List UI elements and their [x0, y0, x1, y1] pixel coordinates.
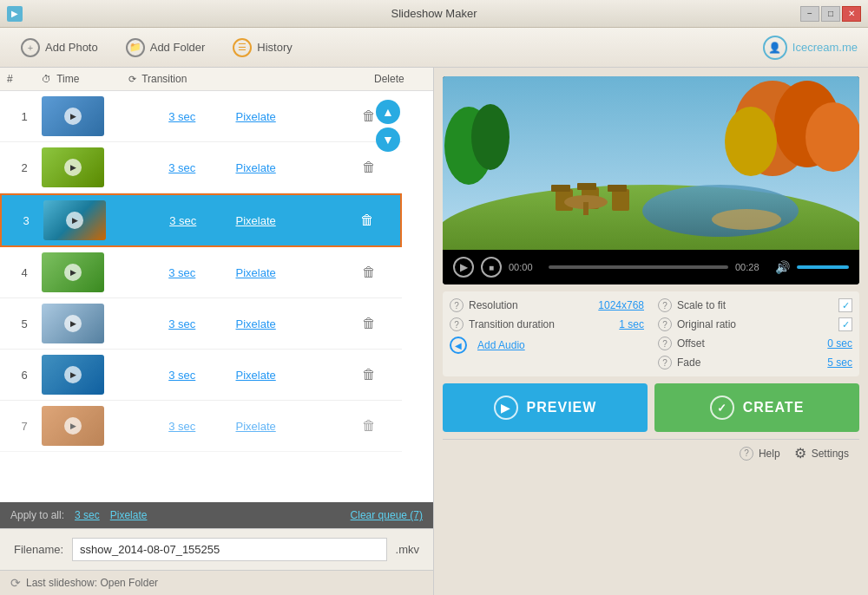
ratio-checkbox[interactable]: ✓	[838, 317, 852, 331]
slide-time[interactable]: 3 sec	[128, 369, 236, 382]
settings-button[interactable]: ⚙ Settings	[794, 445, 849, 461]
transition-dur-help-icon[interactable]: ?	[450, 317, 464, 331]
create-button[interactable]: ✓ CREATE	[654, 383, 859, 432]
slide-transition[interactable]: Pixelate	[236, 110, 344, 123]
brand-icon: 👤	[763, 36, 787, 60]
slide-item-selected[interactable]: 3 ▶ 3 sec Pixelate 🗑	[0, 193, 402, 247]
delete-slide-button[interactable]: 🗑	[341, 212, 393, 228]
slide-time[interactable]: 3 sec	[128, 161, 236, 174]
right-panel: ▶ ■ 00:00 00:28 🔊 ? Resolution 1024x768	[434, 68, 868, 595]
play-button[interactable]: ▶	[453, 257, 474, 278]
offset-help-icon[interactable]: ?	[658, 337, 672, 350]
transition-dur-label: Transition duration	[469, 318, 555, 330]
brand-label: Icecream.me	[792, 41, 858, 54]
add-photo-button[interactable]: + Add Photo	[10, 35, 108, 61]
settings-gear-icon: ⚙	[794, 445, 806, 461]
slide-item[interactable]: 7 ▶ 3 sec Pixelate 🗑	[0, 401, 402, 452]
move-down-button[interactable]: ▼	[376, 128, 400, 152]
history-button[interactable]: ☰ History	[222, 35, 302, 61]
delete-slide-button[interactable]: 🗑	[343, 367, 395, 382]
slide-item[interactable]: 2 ▶ 3 sec Pixelate 🗑	[0, 142, 402, 193]
scale-help-icon[interactable]: ?	[658, 298, 672, 312]
fade-help-icon[interactable]: ?	[658, 356, 672, 369]
scene-svg	[443, 76, 859, 250]
close-button[interactable]: ✕	[842, 6, 861, 22]
slide-number: 4	[7, 266, 42, 279]
preview-button[interactable]: ▶ PREVIEW	[443, 383, 648, 432]
progress-bar[interactable]	[549, 265, 728, 269]
offset-value[interactable]: 0 sec	[827, 337, 852, 350]
slide-time[interactable]: 3 sec	[128, 110, 236, 123]
slide-time[interactable]: 3 sec	[128, 420, 236, 433]
slide-number: 3	[9, 214, 43, 227]
history-icon: ☰	[233, 38, 252, 57]
svg-rect-12	[551, 185, 570, 192]
apply-time[interactable]: 3 sec	[75, 509, 100, 521]
stop-button[interactable]: ■	[481, 257, 502, 278]
action-buttons: ▶ PREVIEW ✓ CREATE	[443, 383, 859, 432]
fade-value[interactable]: 5 sec	[827, 356, 852, 369]
filename-bar: Filename: .mkv	[0, 528, 433, 570]
slide-item[interactable]: 5 ▶ 3 sec Pixelate 🗑	[0, 298, 402, 350]
svg-rect-15	[612, 189, 629, 211]
resolution-value[interactable]: 1024x768	[598, 299, 644, 311]
play-icon: ▶	[64, 264, 82, 281]
ratio-row: ? Original ratio ✓	[658, 317, 852, 331]
slide-thumbnail: ▶	[43, 200, 106, 240]
transition-dur-value[interactable]: 1 sec	[619, 318, 644, 330]
slide-time[interactable]: 3 sec	[130, 214, 236, 227]
slide-transition[interactable]: Pixelate	[236, 214, 342, 227]
apply-transition[interactable]: Pixelate	[110, 509, 148, 521]
status-icon: ⟳	[10, 576, 21, 590]
slide-item[interactable]: 1 ▶ 3 sec Pixelate 🗑	[0, 91, 402, 142]
apply-to-all-bar: Apply to all: 3 sec Pixelate Clear queue…	[0, 502, 433, 528]
slide-time[interactable]: 3 sec	[128, 317, 236, 330]
move-up-button[interactable]: ▲	[376, 100, 400, 124]
app-icon: ▶	[7, 6, 23, 22]
minimize-button[interactable]: −	[800, 6, 819, 22]
resolution-help-icon[interactable]: ?	[450, 298, 464, 312]
play-icon: ▶	[66, 212, 83, 229]
slide-thumbnail: ▶	[42, 252, 104, 292]
nav-arrows: ▲ ▼	[376, 100, 400, 152]
slide-time[interactable]: 3 sec	[128, 266, 236, 279]
slide-transition[interactable]: Pixelate	[236, 266, 344, 279]
volume-bar[interactable]	[797, 265, 849, 269]
col-num: #	[7, 73, 42, 85]
ratio-help-icon[interactable]: ?	[658, 317, 672, 331]
delete-slide-button[interactable]: 🗑	[343, 265, 395, 280]
delete-slide-button[interactable]: 🗑	[343, 160, 395, 175]
offset-label: Offset	[677, 337, 705, 350]
titlebar: ▶ Slideshow Maker − □ ✕	[0, 0, 868, 28]
offset-row: ? Offset 0 sec	[658, 337, 852, 350]
slide-item[interactable]: 4 ▶ 3 sec Pixelate 🗑	[0, 247, 402, 298]
slide-number: 2	[7, 161, 42, 174]
add-folder-button[interactable]: 📁 Add Folder	[115, 35, 216, 61]
help-button[interactable]: ? Help	[740, 447, 780, 461]
right-settings: ? Scale to fit ✓ ? Original ratio ✓ ? Of…	[658, 298, 852, 369]
slide-transition[interactable]: Pixelate	[236, 369, 344, 382]
scale-label: Scale to fit	[677, 299, 726, 311]
slide-transition[interactable]: Pixelate	[236, 161, 344, 174]
delete-slide-button[interactable]: 🗑	[343, 316, 395, 331]
slide-transition[interactable]: Pixelate	[236, 420, 344, 433]
scale-checkbox[interactable]: ✓	[838, 298, 852, 312]
help-circle-icon: ?	[740, 447, 753, 461]
play-icon: ▶	[64, 159, 82, 176]
clear-queue-button[interactable]: Clear queue (7)	[351, 509, 423, 521]
play-icon: ▶	[64, 417, 82, 435]
slide-number: 5	[7, 317, 42, 330]
add-audio-icon[interactable]: ◀	[450, 337, 467, 354]
list-header: # ⏱ Time ⟳ Transition Delete	[0, 68, 433, 91]
filename-input[interactable]	[72, 538, 386, 561]
slide-transition[interactable]: Pixelate	[236, 317, 344, 330]
add-audio-button[interactable]: Add Audio	[477, 339, 525, 351]
slide-thumbnail: ▶	[42, 355, 104, 395]
svg-point-9	[642, 185, 799, 237]
volume-icon[interactable]: 🔊	[775, 260, 790, 274]
delete-slide-button[interactable]: 🗑	[343, 418, 395, 434]
window-controls: − □ ✕	[800, 6, 861, 22]
restore-button[interactable]: □	[821, 6, 840, 22]
slide-item[interactable]: 6 ▶ 3 sec Pixelate 🗑	[0, 350, 402, 401]
window-title: Slideshow Maker	[391, 7, 477, 20]
